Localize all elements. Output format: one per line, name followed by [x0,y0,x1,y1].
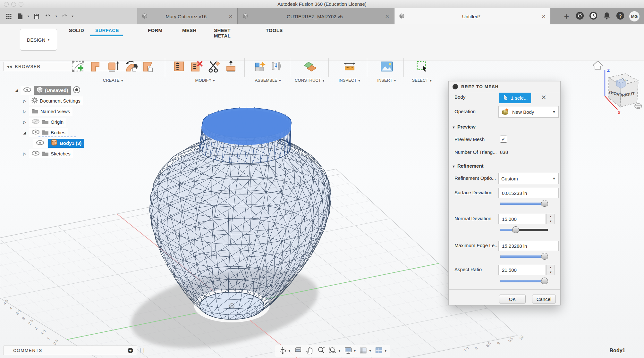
body-selection-chip[interactable]: 1 sele... [499,93,531,103]
joint-button[interactable] [270,60,283,74]
chevron-down-icon[interactable]: ▼ [288,349,291,353]
create-sketch-button[interactable] [71,59,86,75]
clock-icon[interactable] [589,11,598,21]
normal-deviation-stepper[interactable]: ▲▼ [547,214,555,224]
redo-button[interactable] [60,12,69,21]
ribbon-tab-tools[interactable]: TOOLS [265,28,284,33]
expanded-twisty-icon[interactable]: ◢ [12,88,21,93]
construction-plane-button[interactable] [303,60,317,75]
expanded-twisty-icon[interactable]: ◢ [21,130,29,135]
slider-thumb[interactable] [541,200,548,207]
file-new-button[interactable] [15,12,25,21]
group-label-modify[interactable]: MODIFY ▼ [195,78,216,84]
dialog-header[interactable]: – BREP TO MESH [449,81,560,92]
add-comment-icon[interactable]: + [128,348,133,353]
viewports-button[interactable]: ▼ [375,346,387,356]
group-label-select[interactable]: SELECT ▼ [412,78,432,84]
close-tab-icon[interactable]: ✕ [229,13,233,20]
home-icon[interactable] [593,61,602,69]
clear-selection-icon[interactable]: ✕ [541,94,547,101]
browser-row-named-views[interactable]: ▷Named Views [21,106,72,117]
reverse-normal-button[interactable] [224,60,238,75]
new-tab-button[interactable]: + [562,12,571,21]
sweep-surface-button[interactable] [124,60,138,75]
operation-dropdown[interactable]: New Body ▼ [498,106,559,118]
visibility-eye-icon[interactable] [36,140,44,146]
ribbon-tab-solid[interactable]: SOLID [68,28,85,33]
chevron-down-icon[interactable]: ▼ [384,349,387,353]
collapsed-twisty-icon[interactable]: ▷ [21,120,29,124]
normal-deviation-slider[interactable] [500,226,548,233]
measure-button[interactable] [343,60,356,75]
chevron-down-icon[interactable]: ▼ [27,15,30,18]
undo-button[interactable] [43,12,53,21]
surface-deviation-input[interactable]: 0.015233 in [498,188,559,198]
avatar[interactable]: MG [629,11,640,21]
visibility-eye-hidden-icon[interactable] [31,119,40,125]
group-label-insert[interactable]: INSERT ▼ [377,78,396,84]
browser-row--unsaved-[interactable]: ◢(Unsaved) [12,85,80,96]
group-label-assemble[interactable]: ASSEMBLE ▼ [255,78,282,84]
collapsed-twisty-icon[interactable]: ▷ [21,99,29,103]
preview-section-header[interactable]: ▼Preview [452,124,476,129]
chevron-down-icon[interactable]: ▼ [369,349,372,353]
group-label-create[interactable]: CREATE ▼ [103,78,123,84]
new-component-button[interactable] [254,60,267,74]
chevron-down-icon[interactable]: ▼ [55,15,58,18]
browser-row-document-settings[interactable]: ▷Document Settings [21,96,83,106]
trim-button[interactable] [207,60,221,75]
extension-globe-icon[interactable] [575,11,584,21]
collapsed-twisty-icon[interactable]: ▷ [21,152,29,156]
document-tab[interactable]: Mary Gutierrez v16 ✕ [137,8,238,24]
display-settings-button[interactable]: ▼ [344,346,356,356]
look-at-button[interactable] [294,346,302,356]
preview-mesh-checkbox[interactable]: ✓ [500,136,507,143]
unstitch-button[interactable] [190,60,204,75]
slider-thumb[interactable] [541,278,548,284]
stitch-button[interactable] [172,60,186,75]
visibility-eye-icon[interactable] [23,87,31,94]
revolve-surface-button[interactable] [106,60,121,75]
group-label-inspect[interactable]: INSPECT ▼ [339,78,361,84]
insert-image-button[interactable] [380,60,394,75]
grid-settings-button[interactable]: ▼ [359,346,372,356]
browser-row-sketches[interactable]: ▷Sketches [21,148,73,159]
ok-button[interactable]: OK [499,295,526,304]
orbit-button[interactable]: ▼ [278,346,291,356]
zoom-window-button[interactable]: ▼ [328,346,341,356]
group-label-construct[interactable]: CONSTRUCT ▼ [295,78,325,84]
ribbon-tab-mesh[interactable]: MESH [182,28,194,33]
workspace-selector[interactable]: DESIGN ▼ [20,29,57,51]
aspect-ratio-input[interactable]: 21.500 [498,265,546,275]
aspect-ratio-stepper[interactable]: ▲▼ [547,265,555,275]
chevron-down-icon[interactable]: ▼ [71,15,74,18]
help-icon[interactable]: ? [616,11,625,21]
cancel-button[interactable]: Cancel [532,295,556,304]
normal-deviation-input[interactable]: 15.000 [498,214,546,224]
collapse-panel-icon[interactable]: ◀◀ [7,65,12,68]
document-tab[interactable]: GUTIERREZ_MARY02 v5 ✕ [238,8,394,24]
selected-top-face[interactable] [201,108,291,145]
zoom-button[interactable] [317,346,326,356]
aspect-ratio-slider[interactable] [500,278,548,285]
pan-button[interactable] [305,346,314,356]
chevron-down-icon[interactable]: ▼ [338,349,341,353]
document-tab[interactable]: Untitled* ✕ [394,8,550,24]
visibility-eye-icon[interactable] [31,129,40,136]
visibility-eye-icon[interactable] [31,150,40,157]
select-tool-button[interactable] [415,60,429,75]
max-edge-length-slider[interactable] [500,253,548,260]
save-button[interactable] [32,12,41,21]
chevron-down-icon[interactable]: ▼ [353,349,356,353]
comments-bar[interactable]: COMMENTS + [3,346,137,355]
ribbon-tab-surface[interactable]: SURFACE [95,28,116,33]
activate-radio-icon[interactable] [73,86,80,95]
ribbon-tab-form[interactable]: FORM [148,28,161,33]
slider-thumb[interactable] [512,226,519,233]
max-edge-length-input[interactable]: 15.23288 in [498,241,559,251]
close-tab-icon[interactable]: ✕ [542,13,546,20]
viewcube-menu-icon[interactable] [635,104,642,109]
slider-thumb[interactable] [541,253,548,260]
refinement-section-header[interactable]: ▼Refinement [452,163,484,169]
refinement-option-dropdown[interactable]: Custom ▼ [498,173,559,184]
